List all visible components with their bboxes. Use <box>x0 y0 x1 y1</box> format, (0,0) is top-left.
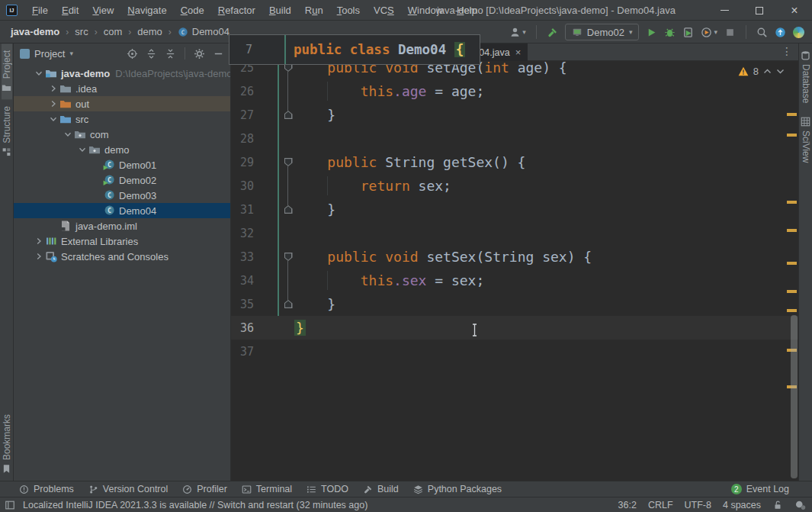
tool-stripe-project[interactable]: Project <box>2 43 12 99</box>
menu-item-view[interactable]: View <box>85 2 120 19</box>
close-button[interactable]: × <box>777 0 812 21</box>
warning-stripe-mark[interactable] <box>787 262 797 265</box>
tool-window-button-python-packages[interactable]: Python Packages <box>413 484 502 494</box>
search-everywhere-icon[interactable] <box>756 27 768 38</box>
warning-stripe-mark[interactable] <box>787 309 797 312</box>
run-with-coverage-icon[interactable] <box>682 27 694 38</box>
code-area[interactable]: 25 public void setAge(int age) {26 this.… <box>231 56 798 363</box>
menu-item-vcs[interactable]: VCS <box>367 2 401 19</box>
tool-stripe-sciview[interactable]: SciView <box>801 110 811 169</box>
menu-item-tools[interactable]: Tools <box>330 2 367 19</box>
tool-window-button-build[interactable]: Build <box>363 484 399 494</box>
status-message[interactable]: Localized IntelliJ IDEA 2021.3.3 is avai… <box>23 500 367 510</box>
brace-context-popup[interactable]: 7 public class Demo04 { <box>229 34 480 65</box>
tree-item-com[interactable]: com <box>14 127 230 142</box>
breadcrumb-item-demo04[interactable]: CDemo04 <box>176 26 231 37</box>
fold-marker-icon[interactable] <box>284 300 293 308</box>
run-config-select[interactable]: Demo02▾ <box>565 24 640 40</box>
menu-item-run[interactable]: Run <box>298 2 330 19</box>
line-number[interactable]: 28 <box>231 132 254 146</box>
tree-item-src[interactable]: src <box>14 111 230 127</box>
tree-item-java-demo-iml[interactable]: java-demo.iml <box>14 218 230 233</box>
highlight-level-icon[interactable] <box>794 499 806 510</box>
menu-item-build[interactable]: Build <box>262 2 298 19</box>
ide-update-icon[interactable] <box>775 27 786 38</box>
tree-item-demo01[interactable]: CDemo01 <box>14 157 230 172</box>
fold-marker-icon[interactable] <box>284 253 293 261</box>
project-view-icon[interactable] <box>20 49 30 59</box>
line-number[interactable]: 30 <box>231 179 254 193</box>
run-icon[interactable] <box>646 27 657 38</box>
tree-item--idea[interactable]: .idea <box>14 81 230 96</box>
lock-icon[interactable] <box>772 500 783 510</box>
warning-stripe-mark[interactable] <box>787 201 797 204</box>
gear-icon[interactable] <box>192 47 207 61</box>
editor-scrollbar[interactable] <box>791 315 798 478</box>
breadcrumb-item-com[interactable]: com <box>102 26 124 37</box>
tool-window-button-terminal[interactable]: Terminal <box>242 484 292 494</box>
breadcrumb-item-src[interactable]: src <box>73 26 89 37</box>
menu-item-edit[interactable]: Edit <box>55 2 85 19</box>
tree-item-demo04[interactable]: CDemo04 <box>14 203 230 218</box>
project-panel-title[interactable]: Project <box>34 48 65 60</box>
chevron-down-icon[interactable]: ▾ <box>69 50 73 57</box>
menu-item-code[interactable]: Code <box>174 2 211 19</box>
collapse-all-icon[interactable] <box>163 47 178 61</box>
tree-item-out[interactable]: out <box>14 96 230 111</box>
build-hammer-icon[interactable] <box>547 27 558 38</box>
tree-item-java-demo[interactable]: java-demoD:\IdeaProjects\java-demo <box>14 66 230 81</box>
tab-close-icon[interactable]: × <box>515 47 522 58</box>
line-number[interactable]: 35 <box>231 298 254 311</box>
line-number[interactable]: 32 <box>231 227 254 240</box>
menu-item-navigate[interactable]: Navigate <box>120 2 173 19</box>
status-encoding[interactable]: UTF-8 <box>685 500 711 510</box>
breadcrumb-item-demo[interactable]: demo <box>136 26 164 37</box>
fold-marker-icon[interactable] <box>284 111 293 119</box>
fold-marker-icon[interactable] <box>284 158 293 166</box>
line-number[interactable]: 31 <box>231 203 254 217</box>
tool-stripe-bookmarks[interactable]: Bookmarks <box>2 407 12 481</box>
status-caret-position[interactable]: 36:2 <box>618 500 637 510</box>
maximize-button[interactable] <box>742 0 777 21</box>
tool-stripe-structure[interactable]: Structure <box>2 99 12 164</box>
tool-window-switcher-icon[interactable] <box>3 498 17 512</box>
breadcrumb-item-java-demo[interactable]: java-demo <box>9 26 61 37</box>
tree-item-scratches-and-consoles[interactable]: Scratches and Consoles <box>14 249 230 264</box>
prev-warning-icon[interactable] <box>763 69 772 74</box>
inspections-widget[interactable]: 8 <box>738 66 785 77</box>
line-number[interactable]: 34 <box>231 274 254 288</box>
tool-window-button-problems[interactable]: Problems <box>19 484 74 494</box>
plugin-sphere-icon[interactable] <box>793 27 804 38</box>
profile-icon[interactable]: ▾ <box>509 27 526 38</box>
tab-options-icon[interactable]: ⋮ <box>782 45 792 57</box>
locate-file-icon[interactable] <box>125 47 140 61</box>
status-line-separator[interactable]: CRLF <box>648 500 673 510</box>
expand-all-icon[interactable] <box>144 47 159 61</box>
tree-item-demo02[interactable]: CDemo02 <box>14 172 230 188</box>
tree-item-external-libraries[interactable]: External Libraries <box>14 233 230 249</box>
tool-window-button-version-control[interactable]: Version Control <box>88 484 168 494</box>
tree-item-demo[interactable]: demo <box>14 142 230 157</box>
tool-window-button-profiler[interactable]: Profiler <box>182 484 227 494</box>
tree-item-demo03[interactable]: CDemo03 <box>14 188 230 203</box>
event-log-button[interactable]: 2Event Log <box>731 484 789 494</box>
hide-panel-icon[interactable] <box>211 47 226 61</box>
tool-window-button-todo[interactable]: TODO <box>307 484 348 494</box>
editor[interactable]: Demo04.java × ⋮ 8 25 public void setAge(… <box>231 43 798 481</box>
menu-item-refactor[interactable]: Refactor <box>211 2 262 19</box>
line-number[interactable]: 33 <box>231 250 254 264</box>
warning-stripe-mark[interactable] <box>787 113 797 116</box>
debug-icon[interactable] <box>664 27 676 38</box>
status-indent-style[interactable]: 4 spaces <box>723 500 761 510</box>
line-number[interactable]: 27 <box>231 108 254 122</box>
line-number[interactable]: 29 <box>231 156 254 169</box>
warning-stripe-mark[interactable] <box>787 229 797 232</box>
tool-stripe-database[interactable]: Database <box>801 43 811 110</box>
next-warning-icon[interactable] <box>776 69 785 74</box>
menu-item-file[interactable]: File <box>25 2 55 19</box>
stop-icon[interactable] <box>724 27 736 38</box>
line-number[interactable]: 37 <box>231 345 254 359</box>
warning-stripe-mark[interactable] <box>787 290 797 293</box>
minimize-button[interactable] <box>707 0 742 21</box>
profile-run-icon[interactable]: ▾ <box>701 27 717 38</box>
